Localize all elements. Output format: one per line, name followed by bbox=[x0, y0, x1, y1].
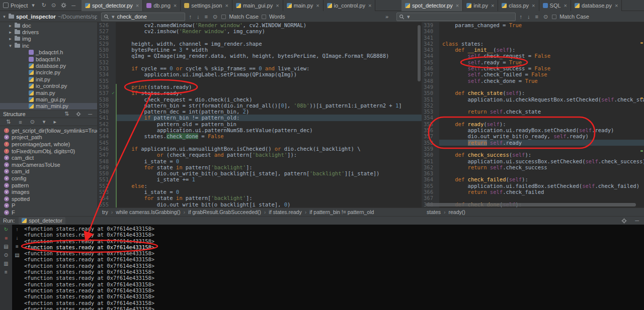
filter-icon[interactable]: ⊙ bbox=[542, 14, 549, 20]
code-line-553[interactable]: 553 i_state = 0 bbox=[98, 189, 422, 195]
code-line-353[interactable]: 353 return self.check_state bbox=[422, 109, 644, 115]
code-line-363[interactable]: 363 bbox=[422, 170, 644, 176]
line-number[interactable]: 367 bbox=[422, 195, 435, 201]
line-number[interactable]: 543 bbox=[98, 127, 111, 133]
gear-icon[interactable] bbox=[619, 218, 629, 224]
code-line-534[interactable]: 534 application.ui.imgLabel.setPixmap(QP… bbox=[98, 71, 422, 77]
code-line-527[interactable]: 527 cv2.imshow('Render window', img_cann… bbox=[98, 28, 422, 34]
structure-item-toFixed[interactable]: ftoFixed(numObj, digits=0) bbox=[0, 148, 97, 155]
close-icon[interactable]: × bbox=[532, 3, 535, 9]
code-line-548[interactable]: 548 i_state = 0 bbox=[98, 158, 422, 164]
show-fields-icon[interactable]: ⊙ bbox=[28, 119, 37, 125]
print-icon[interactable]: ▥ bbox=[4, 261, 8, 266]
code-line-362[interactable]: 362 return self.check_success bbox=[422, 164, 644, 170]
tree-item-inc[interactable]: ▾inc bbox=[0, 42, 97, 49]
tab-class.py[interactable]: class.py× bbox=[498, 0, 539, 11]
tab-db.png[interactable]: db.png× bbox=[143, 0, 181, 11]
close-icon[interactable]: × bbox=[491, 3, 494, 9]
line-number[interactable]: 352 bbox=[422, 102, 435, 109]
words-label[interactable]: Words bbox=[269, 14, 285, 20]
code-line-364[interactable]: 364 def check_failed(self): bbox=[422, 176, 644, 182]
chevron-down-icon[interactable]: ▾ bbox=[8, 43, 13, 48]
words-checkbox[interactable] bbox=[262, 15, 266, 19]
close-icon[interactable]: × bbox=[174, 3, 177, 9]
tree-item-init.py[interactable]: init.py bbox=[0, 76, 97, 82]
line-number[interactable]: 544 bbox=[98, 133, 111, 139]
line-number[interactable]: 541 bbox=[98, 115, 111, 121]
hide-panel-icon[interactable]: ─ bbox=[69, 3, 77, 9]
code-line-543[interactable]: 543 application.ui.patternNumSB.setValue… bbox=[98, 127, 422, 133]
tree-item-main_mini.py[interactable]: main_mini.py bbox=[0, 103, 97, 110]
rerun-icon[interactable]: ↻ bbox=[4, 227, 8, 232]
line-number[interactable]: 540 bbox=[98, 109, 111, 115]
code-line-366[interactable]: 366 return self.check_failed bbox=[422, 189, 644, 195]
tree-item-img[interactable]: ▸img bbox=[0, 36, 97, 42]
line-number[interactable]: 356 bbox=[422, 127, 435, 133]
code-line-348[interactable]: 348 self.check_done = True bbox=[422, 78, 644, 84]
line-number[interactable]: 341 bbox=[422, 35, 435, 41]
structure-item-config[interactable]: vconfig bbox=[0, 175, 97, 182]
code-line-532[interactable]: 532 bbox=[98, 59, 422, 65]
line-number[interactable]: 552 bbox=[98, 183, 111, 189]
find-options-icon[interactable]: ≡ bbox=[204, 14, 209, 20]
code-line-555[interactable]: 555 dio.out_write_bit(o_backlight[i_stat… bbox=[98, 201, 422, 208]
line-number[interactable]: 354 bbox=[422, 115, 435, 121]
close-icon[interactable]: × bbox=[136, 3, 139, 9]
code-line-347[interactable]: 347 self.check_failed = False bbox=[422, 71, 644, 77]
tab-spot_detector.py[interactable]: spot_detector.py× bbox=[82, 0, 143, 11]
code-line-552[interactable]: 552 else: bbox=[98, 183, 422, 189]
tab-io_control.py[interactable]: io_control.py× bbox=[324, 0, 376, 11]
line-number[interactable]: 343 bbox=[422, 47, 435, 53]
code-line-356[interactable]: 356 application.ui.readyBox.setChecked(s… bbox=[422, 127, 644, 133]
line-number[interactable]: 350 bbox=[422, 90, 435, 96]
code-line-533[interactable]: 533 if cycle == 0 or cycle % skip_frames… bbox=[98, 65, 422, 71]
line-number[interactable]: 538 bbox=[98, 96, 111, 102]
line-number[interactable]: 527 bbox=[98, 28, 111, 34]
next-match-icon[interactable]: ↓ bbox=[526, 14, 531, 20]
find-options-icon[interactable]: ≡ bbox=[534, 14, 539, 20]
prev-match-icon[interactable]: ↑ bbox=[188, 14, 193, 20]
scroll-end-icon[interactable]: ▤ bbox=[15, 253, 19, 258]
tab-database.py[interactable]: database.py× bbox=[571, 0, 622, 11]
code-line-349[interactable]: 349 bbox=[422, 84, 644, 90]
breadcrumb-item[interactable]: if states.ready bbox=[269, 209, 301, 215]
close-icon[interactable]: × bbox=[316, 3, 319, 9]
restore-layout-icon[interactable]: ▤ bbox=[4, 244, 8, 249]
code-line-551[interactable]: 551 i_state += 1 bbox=[98, 176, 422, 182]
code-line-352[interactable]: 352 bbox=[422, 102, 644, 109]
line-number[interactable]: 542 bbox=[98, 121, 111, 127]
structure-item-maxCamerasToUse[interactable]: vmaxCamerasToUse bbox=[0, 161, 97, 168]
code-line-541[interactable]: 541 if pattern_bin != pattern_old: bbox=[98, 115, 422, 121]
line-number[interactable]: 550 bbox=[98, 170, 111, 176]
line-number[interactable]: 339 bbox=[422, 22, 435, 28]
code-line-355[interactable]: 355 def ready(self): bbox=[422, 121, 644, 127]
structure-item-project_path[interactable]: vproject_path bbox=[0, 134, 97, 141]
line-number[interactable]: 533 bbox=[98, 65, 111, 71]
chevron-right-icon[interactable]: ▸ bbox=[8, 30, 13, 35]
code-line-529[interactable]: 529 height, width, channel = img_render.… bbox=[98, 41, 422, 47]
line-number[interactable]: 340 bbox=[422, 28, 435, 34]
structure-item-spotted[interactable]: vspotted bbox=[0, 195, 97, 202]
breadcrumb-item[interactable]: if pattern_bin != pattern_old bbox=[309, 209, 374, 215]
project-toolwindow-button[interactable]: Project ▾ bbox=[0, 0, 40, 11]
line-number[interactable]: 551 bbox=[98, 176, 111, 182]
code-line-360[interactable]: 360 def check_success(self): bbox=[422, 152, 644, 158]
editor-left[interactable]: 526 cv2.namedWindow('Render window', cv2… bbox=[97, 22, 422, 208]
search-history-chevron-icon[interactable]: ▾ bbox=[406, 14, 411, 20]
code-line-354[interactable]: 354 bbox=[422, 115, 644, 121]
line-number[interactable]: 530 bbox=[98, 47, 111, 53]
structure-item-cam_dict[interactable]: vcam_dict bbox=[0, 154, 97, 161]
tab-settings.json[interactable]: settings.json× bbox=[181, 0, 232, 11]
prev-match-icon[interactable]: ↑ bbox=[519, 14, 524, 20]
tree-item-_bdaqctrl.h[interactable]: _bdaqctrl.h bbox=[0, 49, 97, 56]
line-number[interactable]: 357 bbox=[422, 133, 435, 139]
line-number[interactable]: 539 bbox=[98, 102, 111, 109]
editor-right[interactable]: 339 params_changed = True340341342class … bbox=[422, 22, 644, 208]
code-line-367[interactable]: 367 bbox=[422, 195, 644, 201]
line-number[interactable]: 555 bbox=[98, 201, 111, 208]
code-line-538[interactable]: 538 check_request = dio.check(i_check) bbox=[98, 96, 422, 102]
soft-wrap-icon[interactable]: ≡ bbox=[16, 244, 19, 249]
code-line-530[interactable]: 530 bytesPerLine = 3 * width bbox=[98, 47, 422, 53]
structure-item-pattern[interactable]: vpattern bbox=[0, 182, 97, 189]
gear-icon[interactable] bbox=[59, 3, 68, 8]
